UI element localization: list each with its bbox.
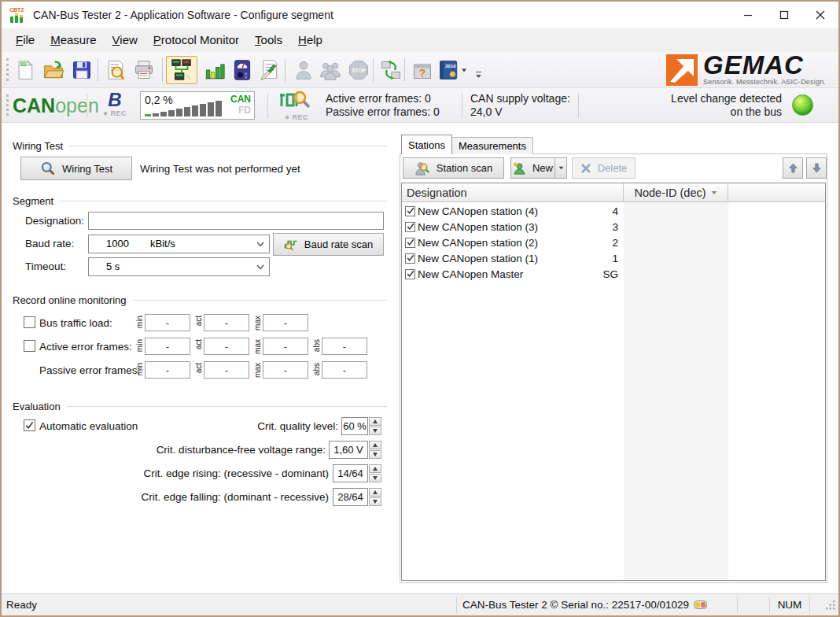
automatic-evaluation-label: Automatic evaluation (39, 420, 138, 432)
wiring-test-button[interactable]: Wiring Test (20, 157, 132, 180)
menu-bar: File Measure View Protocol Monitor Tools… (2, 28, 838, 52)
column-node-id[interactable]: Node-ID (dec) (624, 183, 728, 201)
station-checkbox[interactable] (405, 253, 415, 264)
toolbar-separator (285, 58, 286, 82)
crit-edge-rising-field[interactable]: 14/64 (333, 464, 368, 482)
station-checkbox[interactable] (405, 206, 415, 216)
active-err-max-field: - (263, 338, 308, 355)
menu-view[interactable]: View (105, 30, 146, 50)
bus-traffic-load-checkbox[interactable] (24, 316, 35, 328)
menu-file[interactable]: File (8, 30, 42, 50)
designation-label: Designation: (25, 215, 84, 227)
stop-icon[interactable]: STOP (344, 56, 373, 84)
test-report-icon[interactable] (255, 56, 283, 84)
spin-up-button[interactable] (369, 417, 381, 426)
can-fd-label: FD (238, 105, 251, 116)
level-change-status: Level change detected on the bus (671, 92, 782, 119)
crit-edge-falling-field[interactable]: 28/64 (333, 488, 368, 506)
menu-tools[interactable]: Tools (247, 30, 290, 50)
crit-quality-field[interactable]: 60 % (341, 417, 368, 435)
station-row[interactable]: New CANopen station (3) 3 (402, 219, 825, 235)
station-checkbox[interactable] (405, 238, 415, 248)
sort-dropdown-icon[interactable] (711, 190, 717, 195)
crit-voltage-field[interactable]: 1,60 V (329, 441, 368, 459)
station-scan-button[interactable]: Station scan (403, 157, 504, 179)
active-error-frames-checkbox[interactable] (24, 340, 35, 352)
year-book-icon[interactable]: 2010 (435, 56, 470, 84)
act-tag: act (194, 363, 203, 373)
bus-load-max-field: - (263, 314, 308, 331)
move-down-button[interactable] (806, 157, 827, 179)
menu-protocol-monitor[interactable]: Protocol Monitor (146, 30, 247, 50)
stations-group-icon[interactable] (316, 56, 344, 84)
new-station-dropdown[interactable] (554, 158, 566, 178)
can-label: CAN (230, 94, 251, 105)
station-icon[interactable] (289, 56, 318, 84)
print-preview-icon[interactable] (101, 56, 130, 84)
bus-traffic-chart-icon[interactable] (200, 56, 228, 84)
passive-err-act-field: - (204, 361, 249, 379)
svg-text:CBT2: CBT2 (20, 62, 29, 66)
station-checkbox[interactable] (405, 222, 415, 232)
wiring-test-group: Wiring Test (13, 140, 387, 152)
column-designation[interactable]: Designation (402, 183, 624, 201)
configure-segment-icon[interactable] (166, 56, 197, 84)
spin-up-button[interactable] (369, 464, 381, 473)
spin-down-button[interactable] (369, 427, 381, 435)
spin-up-button[interactable] (369, 441, 381, 449)
svg-text:2010: 2010 (445, 63, 456, 68)
new-document-icon[interactable]: CBT2 (11, 56, 39, 84)
automatic-evaluation-checkbox[interactable] (24, 419, 35, 431)
station-row[interactable]: New CANopen station (4) 4 (402, 203, 825, 219)
spin-down-button[interactable] (369, 497, 381, 506)
stations-panel: Station scan New Delete (400, 153, 827, 583)
record-monitoring-group: Record online monitoring (13, 294, 387, 306)
station-row[interactable]: New CANopen Master SG (402, 266, 825, 282)
close-button[interactable] (802, 2, 838, 28)
print-icon[interactable] (130, 56, 158, 84)
designation-input[interactable] (88, 212, 384, 230)
tab-measurements[interactable]: Measurements (452, 137, 533, 154)
svg-text:CBT2: CBT2 (9, 7, 24, 13)
move-up-button[interactable] (783, 157, 803, 179)
multimeter-icon[interactable] (228, 56, 256, 84)
arrow-down-icon (812, 163, 821, 173)
crit-quality-spinner (369, 417, 381, 435)
timeout-select[interactable]: 5 s (88, 257, 270, 276)
menu-help[interactable]: Help (290, 30, 330, 50)
main-content: Wiring Test Wiring Test Wiring Test was … (2, 123, 838, 593)
status-ready: Ready (2, 594, 456, 615)
toolbar-separator (162, 58, 163, 82)
resize-grip[interactable] (810, 594, 838, 615)
baud-rate-scan-button[interactable]: Baud rate scan (273, 233, 384, 256)
active-err-min-field: - (145, 338, 190, 355)
station-row[interactable]: New CANopen station (2) 2 (402, 235, 825, 250)
delete-station-button[interactable]: Delete (572, 157, 636, 179)
open-folder-icon[interactable] (39, 56, 68, 84)
minimize-button[interactable] (730, 2, 766, 28)
save-icon[interactable] (68, 56, 96, 84)
baud-rate-select[interactable]: 1000kBit/s (88, 235, 270, 253)
toolbar-overflow-button[interactable] (473, 57, 484, 83)
baud-scan-icon (284, 238, 298, 252)
maximize-button[interactable] (766, 2, 802, 28)
segment-group: Segment (13, 195, 387, 207)
status-strip: CANopen B ● REC 0,2 % CAN FD ● REC Activ… (2, 88, 838, 123)
spin-up-button[interactable] (369, 488, 381, 497)
spin-down-button[interactable] (369, 474, 381, 482)
new-station-button[interactable]: New (510, 157, 567, 179)
gemac-arrow-icon (665, 54, 698, 87)
help-icon[interactable]: ? (408, 56, 437, 84)
menu-measure[interactable]: Measure (42, 30, 104, 50)
sync-device-icon[interactable] (377, 56, 405, 84)
wiring-test-status: Wiring Test was not performed yet (140, 163, 300, 175)
strip-separator (87, 93, 87, 118)
spin-down-button[interactable] (369, 450, 381, 459)
act-tag: act (194, 339, 203, 349)
passive-errors-value: 0 (433, 105, 440, 118)
station-row[interactable]: New CANopen station (1) 1 (402, 250, 825, 266)
station-node-id: SG (521, 268, 626, 280)
station-checkbox[interactable] (405, 269, 415, 279)
tab-stations[interactable]: Stations (401, 135, 452, 154)
check-icon (25, 421, 34, 430)
